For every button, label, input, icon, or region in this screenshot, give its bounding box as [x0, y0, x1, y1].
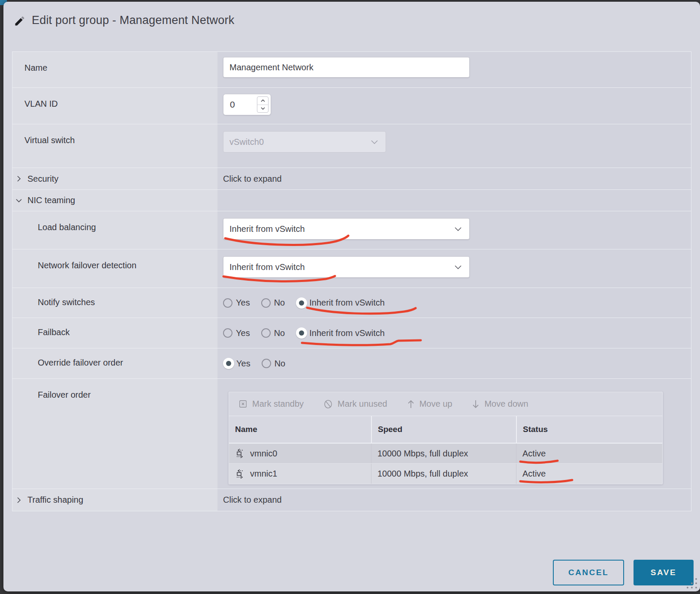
dialog-footer: CANCEL SAVE: [553, 560, 694, 585]
row-vlan-id: VLAN ID 0: [12, 88, 691, 124]
failover-order-toolbar: Mark standby Mark unused Move up: [229, 392, 662, 416]
row-notify-switches: Notify switches Yes No Inherit from vSwi…: [12, 288, 691, 318]
mark-unused-button[interactable]: Mark unused: [323, 399, 387, 409]
chevron-down-icon: [455, 227, 462, 231]
nic-speed: 10000 Mbps, full duplex: [377, 469, 468, 479]
nic-name: vmnic0: [250, 449, 277, 459]
table-row-vmnic0[interactable]: vmnic0 10000 Mbps, full duplex Active: [229, 444, 662, 464]
row-failover-order: Failover order Mark standby Mark unused: [12, 379, 691, 489]
failover-order-label: Failover order: [12, 379, 217, 489]
dialog-title: Edit port group - Management Network: [32, 14, 234, 27]
row-virtual-switch: Virtual switch vSwitch0: [12, 124, 691, 168]
radio-circle: [223, 328, 232, 338]
notify-switches-inherit-radio[interactable]: Inherit from vSwitch: [296, 297, 385, 309]
annotation-underline: [300, 338, 423, 348]
arrow-down-icon: [472, 399, 480, 409]
annotation-underline: [519, 458, 559, 464]
network-failover-detection-label: Network failover detection: [12, 249, 217, 288]
notify-switches-yes-radio[interactable]: Yes: [223, 298, 250, 308]
edit-port-group-dialog: Edit port group - Management Network Nam…: [3, 2, 700, 591]
failback-inherit-radio[interactable]: Inherit from vSwitch: [296, 327, 385, 339]
chevron-right-icon: [15, 497, 22, 504]
failback-label: Failback: [12, 318, 217, 348]
vlan-id-label: VLAN ID: [12, 88, 217, 124]
chevron-right-icon: [15, 175, 22, 182]
save-button[interactable]: SAVE: [634, 560, 694, 585]
row-failback: Failback Yes No Inherit from vSwitch: [12, 318, 691, 348]
form-grid: Name VLAN ID 0: [12, 51, 691, 511]
chevron-down-icon: [261, 107, 265, 110]
traffic-shaping-expand-hint: Click to expand: [223, 495, 282, 505]
move-up-button[interactable]: Move up: [407, 399, 453, 409]
radio-circle-selected: [223, 358, 234, 369]
screen: Edit port group - Management Network Nam…: [0, 0, 700, 594]
security-expand-hint: Click to expand: [223, 174, 282, 184]
nic-adapter-icon: [235, 448, 245, 459]
radio-circle-selected: [296, 297, 307, 309]
row-network-failover-detection: Network failover detection Inherit from …: [12, 249, 691, 288]
traffic-shaping-section-label: Traffic shaping: [27, 495, 83, 505]
nic-status: Active: [522, 449, 546, 458]
nic-adapter-icon: [235, 469, 245, 479]
stepper-down-button[interactable]: [257, 105, 268, 113]
failover-order-widget: Mark standby Mark unused Move up: [229, 392, 663, 484]
stepper-up-button[interactable]: [257, 97, 268, 105]
override-failover-order-label: Override failover order: [12, 348, 217, 378]
vlan-id-input[interactable]: 0: [223, 94, 271, 115]
override-yes-radio[interactable]: Yes: [223, 358, 250, 369]
virtual-switch-label: Virtual switch: [12, 124, 217, 168]
row-load-balancing: Load balancing Inherit from vSwitch: [12, 211, 691, 249]
radio-circle-selected: [296, 327, 307, 339]
virtual-switch-value: vSwitch0: [229, 137, 371, 147]
row-security[interactable]: Security Click to expand: [12, 168, 691, 190]
radio-circle: [261, 298, 271, 308]
nic-status: Active: [522, 469, 546, 478]
nic-name: vmnic1: [250, 469, 277, 479]
column-header-status[interactable]: Status: [516, 416, 662, 443]
load-balancing-label: Load balancing: [12, 211, 217, 249]
load-balancing-value: Inherit from vSwitch: [229, 224, 455, 234]
chevron-down-icon: [455, 265, 462, 269]
cancel-button[interactable]: CANCEL: [553, 560, 624, 585]
mark-standby-icon: [238, 399, 247, 408]
column-header-name[interactable]: Name: [229, 416, 371, 443]
row-override-failover-order: Override failover order Yes No: [12, 348, 691, 379]
failback-no-radio[interactable]: No: [261, 328, 285, 338]
chevron-down-icon: [15, 197, 22, 204]
arrow-up-icon: [407, 399, 415, 409]
security-section-label: Security: [27, 174, 58, 184]
annotation-underline: [519, 477, 574, 484]
load-balancing-select[interactable]: Inherit from vSwitch: [223, 218, 470, 240]
edit-pencil-icon: [14, 15, 26, 27]
nic-teaming-section-label: NIC teaming: [27, 195, 75, 205]
failover-order-table-header: Name Speed Status: [229, 416, 662, 444]
network-failover-detection-value: Inherit from vSwitch: [229, 262, 455, 272]
radio-circle: [223, 298, 232, 308]
mark-standby-button[interactable]: Mark standby: [238, 399, 304, 409]
move-down-button[interactable]: Move down: [472, 399, 528, 409]
network-failover-detection-select[interactable]: Inherit from vSwitch: [223, 256, 470, 278]
chevron-up-icon: [261, 99, 265, 102]
chevron-down-icon: [371, 140, 378, 144]
failback-yes-radio[interactable]: Yes: [223, 328, 250, 338]
row-name: Name: [12, 52, 691, 88]
dialog-header: Edit port group - Management Network: [3, 2, 700, 50]
column-header-speed[interactable]: Speed: [371, 416, 516, 443]
nic-speed: 10000 Mbps, full duplex: [377, 449, 468, 459]
notify-switches-label: Notify switches: [12, 288, 217, 318]
table-row-vmnic1[interactable]: vmnic1 10000 Mbps, full duplex Active: [229, 464, 662, 484]
name-input[interactable]: [223, 57, 470, 78]
row-nic-teaming[interactable]: NIC teaming: [12, 190, 691, 211]
mark-unused-icon: [323, 399, 333, 409]
notify-switches-no-radio[interactable]: No: [261, 298, 285, 308]
annotation-underline: [222, 273, 338, 284]
radio-circle: [261, 328, 271, 338]
resize-grip[interactable]: [686, 578, 697, 589]
radio-circle: [262, 359, 271, 368]
virtual-switch-select: vSwitch0: [223, 131, 386, 153]
annotation-underline: [223, 233, 351, 248]
vlan-stepper: [257, 96, 269, 113]
row-traffic-shaping[interactable]: Traffic shaping Click to expand: [12, 489, 691, 511]
name-label: Name: [12, 52, 217, 87]
override-no-radio[interactable]: No: [262, 359, 286, 369]
